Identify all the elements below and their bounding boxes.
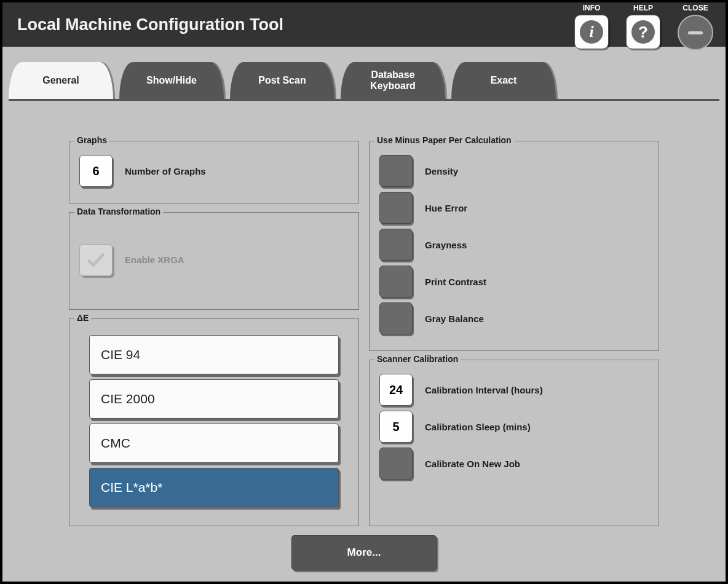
calibrate-new-job-label: Calibrate On New Job bbox=[425, 459, 520, 469]
topbar-actions: INFO i HELP ? CLOSE bbox=[574, 4, 713, 50]
tab-exact[interactable]: Exact bbox=[451, 62, 556, 99]
enable-xrga-label: Enable XRGA bbox=[125, 255, 184, 265]
grayness-checkbox[interactable] bbox=[379, 229, 413, 261]
enable-xrga-row: Enable XRGA bbox=[79, 244, 184, 276]
more-button[interactable]: More... bbox=[291, 535, 437, 570]
minus-paper-legend: Use Minus Paper Per Calculation bbox=[374, 135, 514, 145]
graphs-count-label: Number of Graphs bbox=[125, 166, 206, 176]
hue-error-label: Hue Error bbox=[425, 203, 467, 213]
option-label: CIE 2000 bbox=[101, 392, 155, 406]
delta-e-option-cmc[interactable]: CMC bbox=[89, 424, 339, 463]
print-contrast-label: Print Contrast bbox=[425, 277, 486, 287]
close-button[interactable] bbox=[678, 15, 713, 50]
data-transformation-fieldset: Data Transformation Enable XRGA bbox=[69, 212, 359, 310]
delta-e-legend: ΔE bbox=[74, 313, 91, 323]
tab-label: Post Scan bbox=[258, 75, 306, 86]
window-title: Local Machine Configuration Tool bbox=[17, 15, 283, 34]
graphs-legend: Graphs bbox=[74, 135, 109, 145]
calibration-interval-label: Calibration Interval (hours) bbox=[425, 385, 543, 395]
gray-balance-row: Gray Balance bbox=[379, 302, 649, 334]
gray-balance-checkbox[interactable] bbox=[379, 302, 413, 334]
tab-show-hide[interactable]: Show/Hide bbox=[119, 62, 224, 99]
tab-general[interactable]: General bbox=[9, 62, 113, 99]
minus-paper-fieldset: Use Minus Paper Per Calculation Density … bbox=[369, 141, 659, 351]
calibration-sleep-row: 5 Calibration Sleep (mins) bbox=[379, 411, 649, 443]
tab-label: Exact bbox=[491, 75, 517, 86]
delta-e-list: CIE 94 CIE 2000 CMC CIE L*a*b* bbox=[79, 328, 349, 515]
tab-database-keyboard[interactable]: Database Keyboard bbox=[341, 62, 445, 99]
content-area: Graphs 6 Number of Graphs Data Transform… bbox=[69, 141, 659, 526]
density-label: Density bbox=[425, 166, 458, 176]
close-label: CLOSE bbox=[682, 4, 708, 12]
print-contrast-checkbox[interactable] bbox=[379, 266, 413, 298]
delta-e-option-cielab[interactable]: CIE L*a*b* bbox=[89, 468, 339, 507]
graphs-count-input[interactable]: 6 bbox=[79, 155, 113, 187]
graphs-row: 6 Number of Graphs bbox=[79, 155, 349, 187]
grayness-label: Grayness bbox=[425, 240, 467, 250]
scanner-calibration-fieldset: Scanner Calibration 24 Calibration Inter… bbox=[369, 360, 659, 526]
help-button[interactable]: ? bbox=[626, 15, 660, 49]
option-label: CMC bbox=[101, 436, 130, 451]
help-action: HELP ? bbox=[626, 4, 660, 49]
calibrate-new-job-row: Calibrate On New Job bbox=[379, 448, 649, 479]
config-window: Local Machine Configuration Tool INFO i … bbox=[0, 0, 728, 584]
option-label: CIE 94 bbox=[101, 347, 140, 362]
calibrate-new-job-checkbox[interactable] bbox=[379, 448, 413, 479]
scanner-calibration-legend: Scanner Calibration bbox=[374, 354, 461, 364]
calibration-interval-row: 24 Calibration Interval (hours) bbox=[379, 374, 649, 406]
tab-label: Database Keyboard bbox=[370, 69, 416, 92]
calibration-sleep-input[interactable]: 5 bbox=[379, 411, 413, 443]
info-icon: i bbox=[580, 20, 603, 44]
check-icon bbox=[85, 250, 106, 270]
graphs-fieldset: Graphs 6 Number of Graphs bbox=[69, 141, 359, 203]
data-transformation-legend: Data Transformation bbox=[74, 207, 163, 216]
calibration-sleep-label: Calibration Sleep (mins) bbox=[425, 422, 531, 432]
info-button[interactable]: i bbox=[574, 15, 609, 49]
help-label: HELP bbox=[633, 4, 653, 12]
gray-balance-label: Gray Balance bbox=[425, 314, 484, 324]
tab-post-scan[interactable]: Post Scan bbox=[230, 62, 334, 99]
help-icon: ? bbox=[631, 20, 655, 44]
density-checkbox[interactable] bbox=[379, 155, 413, 187]
left-column: Graphs 6 Number of Graphs Data Transform… bbox=[69, 141, 359, 526]
delta-e-option-cie2000[interactable]: CIE 2000 bbox=[89, 379, 339, 419]
minimize-icon bbox=[688, 31, 703, 34]
delta-e-option-cie94[interactable]: CIE 94 bbox=[89, 335, 339, 374]
info-label: INFO bbox=[583, 4, 601, 12]
density-row: Density bbox=[379, 155, 649, 187]
tab-label: General bbox=[42, 75, 79, 86]
print-contrast-row: Print Contrast bbox=[379, 266, 649, 298]
right-column: Use Minus Paper Per Calculation Density … bbox=[369, 141, 659, 526]
grayness-row: Grayness bbox=[379, 229, 649, 261]
hue-error-checkbox[interactable] bbox=[379, 192, 413, 224]
enable-xrga-checkbox[interactable] bbox=[79, 244, 113, 276]
more-label: More... bbox=[347, 547, 381, 559]
info-action: INFO i bbox=[574, 4, 609, 49]
option-label: CIE L*a*b* bbox=[101, 480, 162, 495]
delta-e-fieldset: ΔE CIE 94 CIE 2000 CMC CIE L*a*b* bbox=[69, 318, 359, 526]
tab-label: Show/Hide bbox=[146, 75, 197, 86]
hue-error-row: Hue Error bbox=[379, 192, 649, 224]
close-action: CLOSE bbox=[678, 4, 713, 50]
calibration-interval-input[interactable]: 24 bbox=[379, 374, 413, 406]
tab-row: General Show/Hide Post Scan Database Key… bbox=[9, 58, 719, 101]
